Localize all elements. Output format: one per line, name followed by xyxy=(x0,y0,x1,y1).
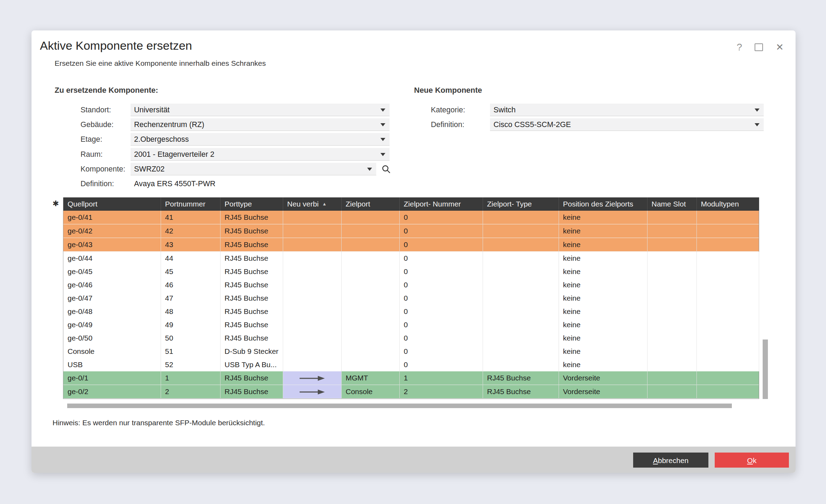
port-row-ge-0-49[interactable]: ge-0/4949RJ45 Buchse0keine xyxy=(63,318,759,331)
column-header-label: Neu verbi xyxy=(287,200,319,208)
cell-porttype: RJ45 Buchse xyxy=(220,211,283,224)
maximize-icon[interactable] xyxy=(755,43,763,51)
cell-zielport-nummer: 0 xyxy=(399,278,483,292)
table-settings-icon[interactable]: ✱ xyxy=(52,200,59,208)
cell-porttype: USB Typ A Bu... xyxy=(220,358,283,371)
column-header-neu-verbi[interactable]: Neu verbi▲ xyxy=(283,197,341,211)
port-row-ge-0-45[interactable]: ge-0/4545RJ45 Buchse0keine xyxy=(63,265,759,278)
port-row-ge-0-1[interactable]: ge-0/11RJ45 BuchseMGMT1RJ45 BuchseVorder… xyxy=(63,371,759,385)
footer-bar: Abbrechen Ok xyxy=(31,447,796,473)
port-row-usb[interactable]: USB52USB Typ A Bu...0keine xyxy=(63,358,759,371)
port-row-ge-0-42[interactable]: ge-0/4242RJ45 Buchse0keine xyxy=(63,224,759,238)
port-row-ge-0-48[interactable]: ge-0/4848RJ45 Buchse0keine xyxy=(63,305,759,318)
port-row-console[interactable]: Console51D-Sub 9 Stecker0keine xyxy=(63,345,759,358)
cell-name-slot xyxy=(647,278,696,292)
cell-quellport: ge-0/41 xyxy=(63,211,161,224)
column-header-label: Quellport xyxy=(68,200,97,208)
cell-zielport-nummer: 0 xyxy=(399,358,483,371)
search-icon[interactable] xyxy=(382,164,391,174)
cell-zielport xyxy=(341,224,399,238)
cell-porttype: RJ45 Buchse xyxy=(220,238,283,252)
replace-section-heading: Zu ersetzende Komponente: xyxy=(55,86,158,95)
column-header-portnummer[interactable]: Portnummer xyxy=(161,197,220,211)
cell-modultypen xyxy=(696,318,759,331)
port-row-ge-0-44[interactable]: ge-0/4444RJ45 Buchse0keine xyxy=(63,252,759,265)
cell-neu-verbi xyxy=(283,265,341,278)
chevron-down-icon xyxy=(380,123,385,126)
cell-zielport-type xyxy=(483,318,559,331)
new-definition-dropdown[interactable]: Cisco CSS5-SCM-2GE xyxy=(490,118,764,131)
cell-quellport: ge-0/2 xyxy=(63,385,161,399)
ports-table-grid: QuellportPortnummerPorttypeNeu verbi▲Zie… xyxy=(63,197,759,399)
cell-zielport-nummer: 2 xyxy=(399,385,483,399)
etage-dropdown[interactable]: 2.Obergeschoss xyxy=(131,133,390,146)
column-header-label: Zielport- Type xyxy=(487,200,532,208)
column-header-name-slot[interactable]: Name Slot xyxy=(647,197,696,211)
cell-name-slot xyxy=(647,265,696,278)
horizontal-scrollbar-thumb[interactable] xyxy=(67,404,732,408)
cell-zielport-nummer: 0 xyxy=(399,331,483,345)
cell-porttype: RJ45 Buchse xyxy=(220,385,283,399)
cancel-button[interactable]: Abbrechen xyxy=(633,453,708,468)
cell-portnummer: 42 xyxy=(161,224,220,238)
cell-portnummer: 50 xyxy=(161,331,220,345)
port-row-ge-0-43[interactable]: ge-0/4343RJ45 Buchse0keine xyxy=(63,238,759,252)
cell-zielport-nummer: 0 xyxy=(399,305,483,318)
cell-neu-verbi xyxy=(283,278,341,292)
new-definition-label: Definition: xyxy=(431,118,464,131)
new-definition-value: Cisco CSS5-SCM-2GE xyxy=(493,118,571,131)
kategorie-value: Switch xyxy=(493,104,516,116)
port-row-ge-0-2[interactable]: ge-0/22RJ45 BuchseConsole2RJ45 BuchseVor… xyxy=(63,385,759,399)
column-header-zielport-type[interactable]: Zielport- Type xyxy=(483,197,559,211)
cell-zielport-type xyxy=(483,278,559,292)
vertical-scrollbar-thumb[interactable] xyxy=(763,340,768,399)
ok-button-label: Ok xyxy=(717,453,787,468)
column-header-quellport[interactable]: Quellport xyxy=(63,197,161,211)
cell-name-slot xyxy=(647,331,696,345)
kategorie-dropdown[interactable]: Switch xyxy=(490,104,764,116)
port-row-ge-0-41[interactable]: ge-0/4141RJ45 Buchse0keine xyxy=(63,211,759,224)
komponente-value: SWRZ02 xyxy=(134,163,164,175)
port-row-ge-0-46[interactable]: ge-0/4646RJ45 Buchse0keine xyxy=(63,278,759,292)
gebaeude-value: Rechenzentrum (RZ) xyxy=(134,118,204,131)
cell-neu-verbi xyxy=(283,345,341,358)
help-icon[interactable]: ? xyxy=(737,42,742,52)
close-icon[interactable]: ✕ xyxy=(776,42,784,52)
cell-quellport: ge-0/46 xyxy=(63,278,161,292)
cell-position-des-zielports: keine xyxy=(559,265,647,278)
port-row-ge-0-50[interactable]: ge-0/5050RJ45 Buchse0keine xyxy=(63,331,759,345)
chevron-down-icon xyxy=(380,153,385,156)
cell-portnummer: 1 xyxy=(161,371,220,385)
cell-porttype: RJ45 Buchse xyxy=(220,318,283,331)
definition-value: Avaya ERS 4550T-PWR xyxy=(134,178,216,189)
column-header-label: Zielport- Nummer xyxy=(404,200,461,208)
cell-modultypen xyxy=(696,211,759,224)
column-header-position-des-zielports[interactable]: Position des Zielports xyxy=(559,197,647,211)
cell-position-des-zielports: keine xyxy=(559,211,647,224)
cell-quellport: ge-0/49 xyxy=(63,318,161,331)
cell-porttype: RJ45 Buchse xyxy=(220,224,283,238)
cell-portnummer: 47 xyxy=(161,292,220,305)
column-header-porttype[interactable]: Porttype xyxy=(220,197,283,211)
cell-zielport xyxy=(341,278,399,292)
gebaeude-dropdown[interactable]: Rechenzentrum (RZ) xyxy=(131,118,390,131)
standort-dropdown[interactable]: Universität xyxy=(131,104,390,116)
cell-position-des-zielports: keine xyxy=(559,252,647,265)
cell-neu-verbi xyxy=(283,358,341,371)
raum-dropdown[interactable]: 2001 - Etagenverteiler 2 xyxy=(131,148,390,161)
column-header-zielport-nummer[interactable]: Zielport- Nummer xyxy=(399,197,483,211)
column-header-modultypen[interactable]: Modultypen xyxy=(696,197,759,211)
chevron-down-icon xyxy=(755,123,760,126)
cell-zielport xyxy=(341,358,399,371)
komponente-dropdown[interactable]: SWRZ02 xyxy=(131,163,376,175)
kategorie-label: Kategorie: xyxy=(431,104,465,116)
cell-position-des-zielports: keine xyxy=(559,305,647,318)
cell-zielport-nummer: 0 xyxy=(399,224,483,238)
cell-name-slot xyxy=(647,292,696,305)
ok-button[interactable]: Ok xyxy=(715,453,789,468)
cell-zielport-type xyxy=(483,305,559,318)
column-header-zielport[interactable]: Zielport xyxy=(341,197,399,211)
raum-label: Raum: xyxy=(80,148,103,161)
port-row-ge-0-47[interactable]: ge-0/4747RJ45 Buchse0keine xyxy=(63,292,759,305)
cell-quellport: USB xyxy=(63,358,161,371)
